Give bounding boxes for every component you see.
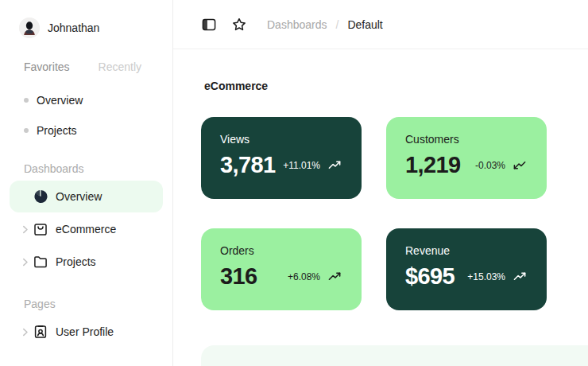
user-profile-button[interactable]: Johnathan xyxy=(19,18,172,38)
stat-card-orders: Orders 316 +6.08% xyxy=(201,228,362,310)
sidebar: Johnathan Favorites Recently Overview Pr… xyxy=(0,0,173,366)
favorite-item-projects[interactable]: Projects xyxy=(0,115,172,146)
sidebar-toggle-icon[interactable] xyxy=(201,17,217,33)
sidebar-item-label: Projects xyxy=(56,255,96,268)
top-bar: Dashboards / Default xyxy=(173,0,588,49)
bullet-dot-icon xyxy=(24,98,29,103)
sidebar-item-label: User Profile xyxy=(56,325,114,338)
stat-card-value: 1,219 xyxy=(405,152,461,178)
trend-up-icon xyxy=(327,158,342,173)
stat-card-title: Revenue xyxy=(405,244,528,257)
chevron-right-icon xyxy=(21,225,30,234)
stat-cards-grid: Views 3,781 +11.01% Customers 1,219 xyxy=(201,117,588,310)
sidebar-item-overview[interactable]: Overview xyxy=(10,181,163,212)
user-name: Johnathan xyxy=(48,21,99,34)
favorite-item-label: Overview xyxy=(37,94,83,107)
breadcrumb-parent[interactable]: Dashboards xyxy=(267,18,327,31)
sidebar-item-ecommerce[interactable]: eCommerce xyxy=(10,213,163,245)
pie-chart-icon xyxy=(33,189,48,204)
chevron-right-icon xyxy=(21,328,30,337)
stat-card-change: +15.03% xyxy=(467,271,505,282)
person-avatar-icon xyxy=(19,18,40,38)
chevron-right-icon xyxy=(21,258,30,267)
stat-card-change: +6.08% xyxy=(288,271,320,282)
id-badge-icon xyxy=(33,324,48,340)
sidebar-item-label: Overview xyxy=(56,190,102,203)
section-label-dashboards: Dashboards xyxy=(24,162,172,175)
stat-card-title: Orders xyxy=(220,244,342,257)
breadcrumb: Dashboards / Default xyxy=(267,18,383,31)
stat-card-revenue: Revenue $695 +15.03% xyxy=(386,228,547,310)
folder-icon xyxy=(33,254,48,270)
stat-card-customers: Customers 1,219 -0.03% xyxy=(386,117,547,199)
stat-card-value: $695 xyxy=(405,263,455,290)
breadcrumb-current[interactable]: Default xyxy=(347,18,382,31)
sidebar-item-projects[interactable]: Projects xyxy=(10,246,163,278)
star-icon[interactable] xyxy=(231,17,247,33)
user-avatar[interactable] xyxy=(19,18,40,38)
stat-card-views: Views 3,781 +11.01% xyxy=(201,117,362,199)
tab-favorites[interactable]: Favorites xyxy=(24,60,70,73)
trend-down-icon xyxy=(513,158,528,173)
page-title: eCommerce xyxy=(204,80,588,92)
favorites-list: Overview Projects xyxy=(0,85,172,146)
trend-up-icon xyxy=(327,269,342,284)
stat-card-title: Customers xyxy=(405,133,528,146)
trend-up-icon xyxy=(513,269,528,284)
shopping-bag-icon xyxy=(33,221,48,237)
stat-card-change: +11.01% xyxy=(283,160,320,171)
tab-recently[interactable]: Recently xyxy=(99,60,141,73)
sidebar-tabs: Favorites Recently xyxy=(24,60,172,73)
sidebar-item-label: eCommerce xyxy=(56,223,116,236)
stat-card-change: -0.03% xyxy=(475,160,505,171)
partial-card xyxy=(201,345,588,366)
stat-card-value: 3,781 xyxy=(220,152,276,178)
favorite-item-overview[interactable]: Overview xyxy=(0,85,172,115)
stat-card-value: 316 xyxy=(220,263,257,290)
breadcrumb-separator: / xyxy=(336,18,339,31)
sidebar-item-user-profile[interactable]: User Profile xyxy=(10,316,163,348)
favorite-item-label: Projects xyxy=(37,124,77,137)
main-content: eCommerce Views 3,781 +11.01% Customers xyxy=(173,49,588,366)
bullet-dot-icon xyxy=(24,128,29,133)
stat-card-title: Views xyxy=(220,133,342,146)
section-label-pages: Pages xyxy=(24,298,172,310)
